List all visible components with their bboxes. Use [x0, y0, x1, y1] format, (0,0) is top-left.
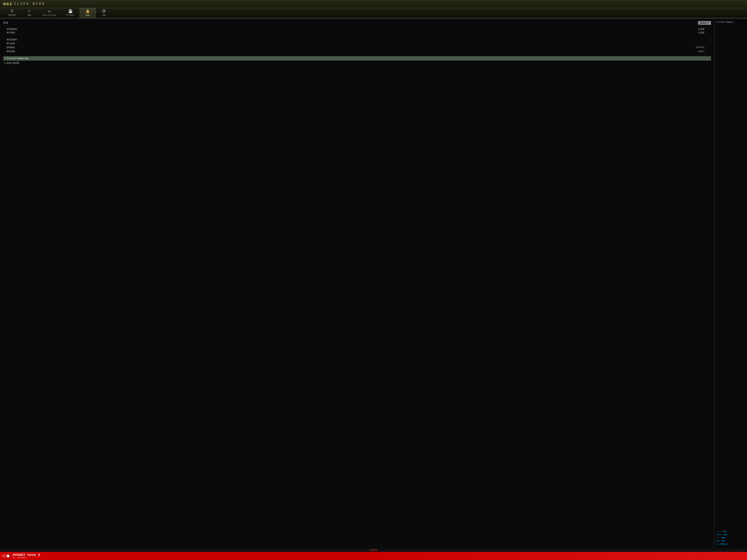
admin-password-status-row: 管理员密码 已设置: [3, 27, 711, 31]
key-esc: ESC: 退出: [716, 540, 745, 543]
key-enter: Enter: 选择: [716, 533, 745, 536]
menu-item-trusted-computing[interactable]: ▶ Trusted Computing: [3, 56, 711, 61]
tab-boot[interactable]: ⏻ 启动: [96, 8, 112, 18]
tab-security[interactable]: 🔒 安全: [80, 8, 96, 18]
trusted-computing-label: Trusted Computing: [7, 57, 28, 60]
right-panel: Trusted Computi ↑↓←→: 移动 Enter: 选择 +/-: …: [715, 19, 747, 548]
nav-tabs: ☰ 系统状态 ≡ 高级 ⚙ Overclocking 💾 M-Flash 🔒 安…: [0, 8, 747, 19]
admin-password-status-label: 管理员密码: [3, 28, 17, 31]
chassis-intrusion-arrow-icon: ▶: [4, 62, 6, 64]
setting-password-check[interactable]: 密码检查 [Setup]: [3, 46, 711, 49]
advanced-icon: ≡: [28, 9, 30, 13]
setting-user-password-value: [704, 42, 711, 45]
menu-item-chassis-intrusion[interactable]: ▶ 机箱入侵设置: [3, 61, 711, 65]
setting-admin-password-value: [704, 38, 711, 41]
admin-password-status-value: 已设置: [698, 28, 711, 31]
tab-boot-label: 启动: [102, 14, 106, 17]
tab-overclocking-label: Overclocking: [42, 14, 56, 16]
key-move: ↑↓←→: 移动: [716, 530, 745, 533]
setting-admin-password[interactable]: 管理员密码: [3, 38, 711, 42]
setting-password-clear[interactable]: 密码清除 [允许]: [3, 49, 711, 53]
setting-user-password-label: 用户密码: [3, 42, 15, 45]
tab-advanced[interactable]: ≡ 高级: [21, 8, 37, 18]
user-password-status-label: 用户密码: [3, 31, 15, 34]
tab-system[interactable]: ☰ 系统状态: [3, 8, 21, 18]
tab-overclocking[interactable]: ⚙ Overclocking: [37, 8, 61, 18]
key-value: +/-: 数值: [716, 536, 745, 540]
setting-password-clear-label: 密码清除: [3, 50, 15, 53]
section-title: 安全: [3, 21, 8, 25]
setting-user-password[interactable]: 用户密码: [3, 42, 711, 46]
brand-col: HUAWEI nova 3 AI CAMERA: [12, 553, 40, 559]
setting-password-clear-value: [允许]: [698, 50, 711, 53]
setting-admin-password-label: 管理员密码: [3, 38, 17, 41]
tab-mflash[interactable]: 💾 M-Flash: [61, 8, 79, 18]
help-text: Trusted Computi: [716, 21, 745, 24]
watermark-sub: AI CAMERA: [12, 557, 40, 559]
bottom-bar: HUAWEI nova 3 AI CAMERA: [0, 552, 747, 560]
trusted-computing-arrow-icon: ▶: [4, 57, 6, 60]
tab-advanced-label: 高级: [27, 14, 31, 17]
user-password-status-value: 已设置: [698, 31, 711, 34]
tab-mflash-label: M-Flash: [66, 14, 74, 16]
key-f1: F1: 帮助信息: [716, 543, 745, 546]
settings-section: 管理员密码 用户密码 密码检查 [Setup] 密码清除 [允许]: [3, 38, 711, 53]
key-help: ↑↓←→: 移动 Enter: 选择 +/-: 数值 ESC: 退出 F1: 帮…: [716, 530, 745, 546]
overclocking-icon: ⚙: [48, 10, 50, 14]
setting-password-check-label: 密码检查: [3, 46, 15, 49]
back-button[interactable]: BACK ↩: [698, 21, 711, 25]
bios-product-name: CLICK BIOS: [14, 2, 45, 6]
center-panel: 安全 BACK ↩ 管理员密码 已设置 用户密码 已设置 管理员密码 用户密码: [0, 19, 715, 548]
system-icon: ☰: [10, 9, 14, 13]
main-content: 安全 BACK ↩ 管理员密码 已设置 用户密码 已设置 管理员密码 用户密码: [0, 19, 747, 548]
monitor-brand: AIOU: [0, 548, 747, 552]
section-header: 安全 BACK ↩: [3, 21, 711, 25]
chassis-intrusion-label: 机箱入侵设置: [7, 61, 19, 64]
msi-header: msi CLICK BIOS: [0, 0, 747, 8]
camera-dots: [3, 555, 9, 557]
tab-security-label: 安全: [86, 14, 89, 17]
tab-system-label: 系统状态: [8, 14, 16, 17]
msi-logo: msi: [3, 1, 12, 6]
mflash-icon: 💾: [68, 10, 73, 14]
watermark-brand: HUAWEI nova 3: [12, 553, 40, 557]
info-section: 管理员密码 已设置 用户密码 已设置: [3, 27, 711, 34]
user-password-status-row: 用户密码 已设置: [3, 31, 711, 34]
camera-dot-2: [6, 555, 9, 557]
menu-items: ▶ Trusted Computing ▶ 机箱入侵设置: [3, 56, 711, 65]
camera-dot-1: [3, 555, 5, 557]
boot-icon: ⏻: [102, 9, 106, 13]
security-icon: 🔒: [85, 10, 90, 13]
setting-password-check-value: [Setup]: [696, 46, 711, 49]
